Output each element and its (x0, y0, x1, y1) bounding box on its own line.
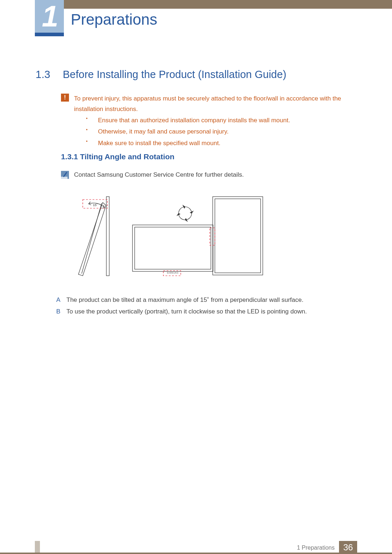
legend: A The product can be tilted at a maximum… (56, 294, 352, 318)
note-icon (61, 171, 69, 179)
legend-text: The product can be tilted at a maximum a… (66, 294, 303, 306)
svg-rect-0 (106, 197, 109, 276)
caution-icon: ! (61, 94, 69, 102)
top-accent-bar (35, 0, 392, 9)
svg-rect-7 (210, 228, 215, 245)
svg-rect-2 (132, 225, 213, 271)
chapter-title: Preparations (71, 11, 157, 28)
tilt-angle-label: 15˚ (93, 203, 98, 207)
subsection-heading: 1.3.1 Tilting Angle and Rotation (61, 152, 175, 161)
legend-letter: A (56, 294, 66, 306)
caution-bullet-list: Ensure that an authorized installation c… (86, 115, 352, 149)
legend-row-a: A The product can be tilted at a maximum… (56, 294, 352, 306)
note-text: Contact Samsung Customer Service Centre … (74, 171, 244, 178)
caution-bullet: Ensure that an authorized installation c… (98, 115, 352, 126)
section-number: 1.3 (36, 69, 50, 81)
brand-label: SAMSUNG (167, 272, 179, 274)
caution-intro: To prevent injury, this apparatus must b… (74, 94, 352, 115)
footer-left-accent (35, 541, 40, 554)
svg-point-8 (179, 207, 192, 220)
footer-breadcrumb: 1 Preparations (297, 545, 335, 551)
footer-page-block: 36 (339, 541, 357, 554)
chapter-number-tab: 1 (35, 0, 64, 36)
caution-bullet: Otherwise, it may fall and cause persona… (98, 126, 352, 137)
legend-row-b: B To use the product vertically (portrai… (56, 306, 352, 317)
svg-rect-5 (213, 197, 263, 275)
page-number: 36 (343, 542, 353, 553)
chapter-number: 1 (42, 1, 57, 31)
section-title: Before Installing the Product (Installat… (63, 69, 286, 81)
caution-bullet: Make sure to install the specified wall … (98, 138, 352, 149)
footer-accent-bar (0, 553, 392, 554)
legend-text: To use the product vertically (portrait)… (66, 306, 307, 317)
svg-rect-6 (215, 199, 261, 273)
legend-letter: B (56, 306, 66, 317)
svg-rect-3 (135, 227, 211, 269)
tilting-rotation-diagram: 15˚ SAMSUNG (62, 193, 265, 280)
